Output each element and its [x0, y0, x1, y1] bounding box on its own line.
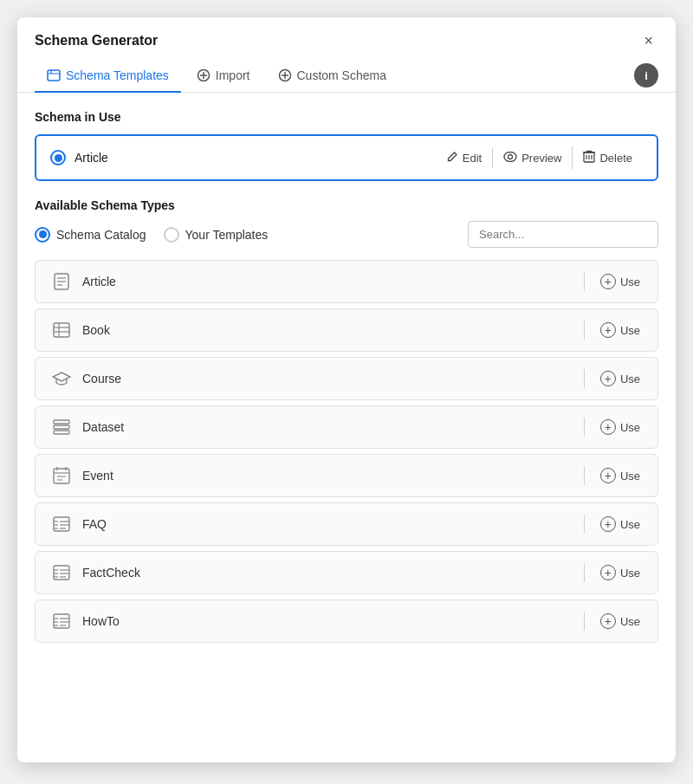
modal-title: Schema Generator	[35, 33, 158, 49]
factcheck-schema-name: FactCheck	[82, 566, 584, 580]
preview-icon	[503, 152, 517, 165]
event-use-button[interactable]: + Use	[597, 466, 644, 485]
list-item: Article + Use	[35, 260, 658, 303]
list-item: Event + Use	[35, 454, 658, 497]
radio-schema-catalog[interactable]: Schema Catalog	[35, 227, 146, 243]
divider	[584, 612, 585, 631]
your-templates-radio[interactable]	[164, 227, 179, 243]
circle-plus-icon: +	[600, 419, 616, 435]
event-schema-name: Event	[82, 469, 584, 483]
radio-options: Schema Catalog Your Templates	[35, 227, 268, 243]
course-schema-name: Course	[82, 372, 584, 386]
circle-plus-icon: +	[600, 322, 616, 338]
selected-radio-indicator	[50, 150, 66, 165]
book-use-button[interactable]: + Use	[597, 321, 644, 340]
event-schema-icon	[49, 466, 74, 485]
modal-content: Schema in Use Article Edit	[17, 93, 676, 665]
svg-rect-24	[54, 420, 69, 424]
use-label: Use	[620, 275, 640, 288]
schema-templates-icon	[47, 68, 61, 82]
dataset-schema-icon	[49, 418, 74, 437]
svg-rect-20	[54, 323, 69, 337]
dataset-schema-name: Dataset	[82, 420, 584, 434]
custom-schema-icon	[278, 68, 292, 82]
schema-list: Article + Use Book	[35, 260, 658, 648]
divider	[584, 272, 585, 291]
tab-bar: Schema Templates Import Custom Schema	[17, 59, 676, 93]
schema-actions: Edit Preview	[436, 146, 643, 169]
divider	[584, 563, 585, 582]
your-templates-label: Your Templates	[185, 228, 269, 242]
modal-header: Schema Generator ×	[17, 17, 676, 50]
factcheck-use-button[interactable]: + Use	[597, 563, 644, 582]
edit-icon	[446, 151, 458, 165]
use-label: Use	[620, 518, 640, 531]
available-schema-header: Available Schema Types Schema Catalog Yo…	[35, 198, 658, 248]
tab-custom-schema-label: Custom Schema	[297, 68, 386, 82]
howto-schema-name: HowTo	[82, 614, 584, 628]
tab-schema-templates[interactable]: Schema Templates	[35, 59, 181, 93]
delete-button[interactable]: Delete	[572, 146, 643, 169]
tab-schema-templates-label: Schema Templates	[66, 68, 169, 82]
schema-catalog-label: Schema Catalog	[56, 228, 146, 242]
course-use-button[interactable]: + Use	[597, 369, 644, 388]
divider	[584, 466, 585, 485]
article-use-button[interactable]: + Use	[597, 272, 644, 291]
svg-rect-25	[54, 425, 69, 429]
faq-schema-icon	[49, 515, 74, 534]
delete-icon	[583, 150, 595, 165]
schema-in-use-label: Schema in Use	[35, 110, 658, 124]
book-schema-name: Book	[82, 323, 584, 337]
howto-use-button[interactable]: + Use	[597, 612, 644, 631]
use-label: Use	[620, 421, 640, 434]
schema-in-use-name: Article	[74, 151, 436, 165]
edit-label: Edit	[463, 152, 482, 165]
info-button[interactable]: i	[634, 63, 658, 87]
use-label: Use	[620, 615, 640, 628]
book-schema-icon	[49, 321, 74, 340]
available-schema-title: Available Schema Types	[35, 198, 658, 212]
faq-schema-name: FAQ	[82, 517, 584, 531]
divider	[584, 515, 585, 534]
search-input[interactable]	[468, 221, 658, 248]
factcheck-schema-icon	[49, 563, 74, 582]
close-button[interactable]: ×	[638, 31, 658, 50]
schema-catalog-radio[interactable]	[35, 227, 50, 243]
use-label: Use	[620, 470, 640, 483]
circle-plus-icon: +	[600, 565, 616, 580]
circle-plus-icon: +	[600, 468, 616, 483]
list-item: Course + Use	[35, 357, 658, 400]
divider	[584, 369, 585, 388]
circle-plus-icon: +	[600, 516, 616, 532]
svg-rect-26	[54, 431, 69, 434]
use-label: Use	[620, 373, 640, 386]
schema-generator-modal: Schema Generator × Schema Templates	[17, 17, 676, 762]
filter-row: Schema Catalog Your Templates	[35, 221, 658, 248]
tab-custom-schema[interactable]: Custom Schema	[266, 59, 398, 93]
list-item: Dataset + Use	[35, 405, 658, 449]
faq-use-button[interactable]: + Use	[597, 515, 644, 534]
preview-button[interactable]: Preview	[492, 148, 572, 168]
use-label: Use	[620, 324, 640, 337]
import-icon	[197, 68, 210, 82]
radio-your-templates[interactable]: Your Templates	[164, 227, 269, 243]
circle-plus-icon: +	[600, 274, 616, 289]
edit-button[interactable]: Edit	[436, 147, 492, 169]
list-item: FactCheck + Use	[35, 551, 658, 594]
list-item: HowTo + Use	[35, 599, 658, 643]
article-schema-name: Article	[82, 275, 584, 288]
dataset-use-button[interactable]: + Use	[597, 418, 644, 437]
tab-import[interactable]: Import	[185, 59, 262, 93]
svg-point-10	[508, 154, 513, 159]
preview-label: Preview	[521, 152, 561, 165]
divider	[584, 418, 585, 437]
circle-plus-icon: +	[600, 613, 616, 629]
howto-schema-icon	[49, 612, 74, 631]
list-item: FAQ + Use	[35, 502, 658, 546]
use-label: Use	[620, 567, 640, 580]
course-schema-icon	[49, 369, 74, 388]
divider	[584, 321, 585, 340]
svg-point-9	[504, 152, 516, 161]
schema-in-use-card: Article Edit	[35, 134, 658, 181]
svg-rect-0	[48, 70, 60, 81]
